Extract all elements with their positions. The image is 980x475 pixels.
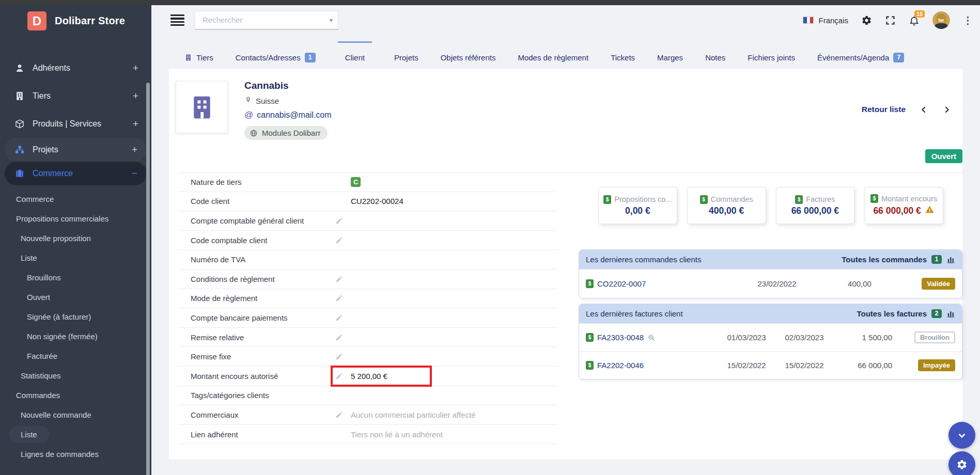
hamburger-menu-icon[interactable] [170,14,184,26]
field-row-montant-encours-autorise: Montant encours autorisé 5 200,00 € [179,367,556,386]
language-selector[interactable]: Français [803,16,848,25]
sidebar-submenu: Commerce Propositions commerciales Nouve… [0,189,151,464]
settings-gear-icon[interactable] [861,15,872,26]
search-caret-icon[interactable]: ▾ [330,17,333,24]
sidebar-nav: Adhérents + Tiers + Produits | Services … [0,54,151,185]
building-icon [188,93,216,121]
tab-label: Projets [394,53,418,62]
edit-pencil-icon[interactable] [335,411,351,419]
edit-pencil-icon[interactable] [335,236,351,244]
edit-pencil-icon[interactable] [335,275,351,283]
orders-widget-title: Les dernieres commandes clients [586,255,701,264]
previous-record-icon[interactable] [920,105,928,114]
stat-card-propositions[interactable]: $Propositions co... 0,00 € [598,187,677,224]
back-to-list-link[interactable]: Retour liste [862,105,906,114]
sidebar-item-tiers[interactable]: Tiers + [0,82,151,110]
tab-label: Tickets [611,53,635,62]
sidebar-subitem-facturee[interactable]: Facturée [0,346,151,366]
field-placeholder-value: Aucun commercial particulier affecté [351,410,476,419]
stat-value: 66 000,00 € [791,205,839,216]
document-dollar-icon: $ [603,195,611,204]
company-photo-placeholder[interactable] [176,81,228,133]
search-input[interactable] [203,15,330,24]
sidebar-subitem-signee-a-facturer[interactable]: Signée (à facturer) [0,307,151,327]
sidebar-subitem-commerce[interactable]: Commerce [0,189,151,209]
edit-pencil-icon[interactable] [335,353,351,360]
field-label: Conditions de règlement [191,275,335,283]
edit-pencil-icon[interactable] [335,314,351,322]
modules-dolibarr-pill[interactable]: Modules Dolibarr [244,126,328,140]
edit-pencil-icon[interactable] [335,334,351,341]
global-search[interactable]: ▾ [195,11,338,30]
settings-fab[interactable] [948,451,975,475]
location-pin-icon [244,96,252,105]
globe-icon [250,129,258,137]
field-label: Nature de tiers [191,178,335,186]
edit-pencil-icon[interactable] [335,217,351,225]
sidebar-subitem-liste-propositions[interactable]: Liste [0,248,151,268]
expand-plus-icon[interactable]: + [133,90,138,102]
field-row-nature-de-tiers: Nature de tiers C [179,172,556,192]
sidebar-item-adherents[interactable]: Adhérents + [0,54,151,82]
sidebar-subitem-nouvelle-proposition[interactable]: Nouvelle proposition [0,229,151,248]
sidebar-item-projets[interactable]: Projets + [5,138,147,162]
invoices-widget-header: Les dernières factures client Toutes les… [579,304,962,323]
next-record-icon[interactable] [942,105,951,114]
sidebar-item-produits-services[interactable]: Produits | Services + [0,110,151,138]
sidebar: D Dolibarr Store Adhérents + Tiers + Pro… [0,5,151,475]
invoice-ref-link[interactable]: FA2202-0046 [597,361,644,370]
orders-chart-icon[interactable] [946,255,955,264]
edit-pencil-icon[interactable] [335,294,351,302]
field-label: Code client [191,197,335,205]
zoom-magnifier-icon[interactable] [647,334,656,342]
company-country: Suisse [256,97,279,105]
all-invoices-link[interactable]: Toutes les factures [857,309,927,318]
company-email-link[interactable]: cannabis@mail.com [257,110,331,120]
stat-card-commandes[interactable]: $Commandes 400,00 € [687,187,766,224]
app-logo[interactable]: D Dolibarr Store [0,5,151,30]
more-options-kebab-icon[interactable]: ⋮ [963,14,973,26]
edit-pencil-icon[interactable] [335,372,351,380]
sidebar-item-commerce[interactable]: Commerce − [5,162,147,185]
sidebar-subitem-label: Liste [9,426,50,443]
orders-count-badge: 1 [931,255,942,264]
stat-card-factures[interactable]: $Factures 66 000,00 € [776,187,855,224]
main-area: ▾ Français 15 ⋮ Tiers Contacts/Adresses … [151,5,980,475]
all-orders-link[interactable]: Toutes les commandes [842,255,927,264]
field-row-code-client: Code client CU2202-00024 [179,192,556,212]
order-date: 23/02/2022 [733,279,821,288]
invoice-ref-link[interactable]: FA2303-0048 [597,333,644,342]
tab-label: Notes [705,53,725,62]
stat-label: Commandes [711,195,753,203]
sidebar-subitem-ouvert[interactable]: Ouvert [0,288,151,307]
sidebar-subitem-statistiques[interactable]: Statistiques [0,366,151,386]
content-card: Cannabis Suisse @ cannabis@mail.com Modu… [169,69,962,460]
field-label: Compte comptable général client [191,216,335,225]
user-avatar[interactable] [932,11,950,29]
stat-card-montant-encours[interactable]: $Montant encours 66 000,00 € [864,187,943,224]
scroll-down-fab[interactable] [948,422,975,449]
sidebar-subitem-non-signee-fermee[interactable]: Non signée (fermée) [0,327,151,346]
sidebar-subitem-propositions-commerciales[interactable]: Propositions commerciales [0,209,151,229]
record-navigation: Retour liste [862,105,951,114]
field-row-commerciaux: Commerciaux Aucun commercial particulier… [179,405,556,425]
collapse-minus-icon[interactable]: − [132,168,137,179]
product-box-icon [14,119,25,130]
sidebar-subitem-commandes[interactable]: Commandes [0,386,151,405]
sidebar-subitem-brouillons[interactable]: Brouillons [0,268,151,288]
company-name: Cannabis [244,80,332,91]
sidebar-subitem-liste-commandes[interactable]: Liste [0,425,151,445]
status-badge[interactable]: Ouvert [925,149,962,163]
expand-plus-icon[interactable]: + [133,118,138,130]
invoice-due-date: 02/03/2023 [775,333,833,342]
field-row-tags-categories: Tags/catégories clients [179,386,556,406]
sidebar-subitem-nouvelle-commande[interactable]: Nouvelle commande [0,405,151,425]
order-ref-link[interactable]: CO2202-0007 [597,279,646,288]
sidebar-scrollbar[interactable] [146,83,150,475]
invoices-chart-icon[interactable] [946,309,955,318]
notifications-bell-icon[interactable]: 15 [909,15,920,26]
expand-plus-icon[interactable]: + [132,144,137,155]
fullscreen-icon[interactable] [885,15,896,26]
sidebar-subitem-lignes-de-commandes[interactable]: Lignes de commandes [0,445,151,464]
expand-plus-icon[interactable]: + [133,62,138,74]
